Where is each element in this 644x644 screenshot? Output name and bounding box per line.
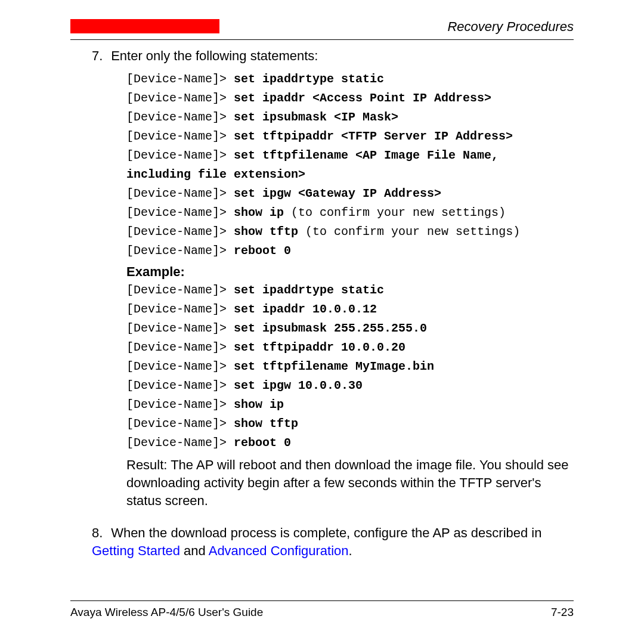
prompt: [Device-Name]> — [126, 129, 227, 143]
cmd: set ipgw <Gateway IP Address> — [234, 187, 441, 200]
step-8-text-pre: When the download process is complete, c… — [111, 525, 541, 540]
prompt: [Device-Name]> — [126, 398, 227, 411]
cmd: show tftp — [234, 225, 298, 239]
step-7: 7. Enter only the following statements: — [92, 48, 574, 64]
prompt: [Device-Name]> — [126, 379, 227, 392]
prompt: [Device-Name]> — [126, 302, 227, 316]
prompt: [Device-Name]> — [126, 436, 227, 450]
footer-page-number: 7-23 — [551, 606, 574, 619]
command-block-1: [Device-Name]> set ipaddrtype static [De… — [92, 70, 574, 261]
cmd: show tftp — [234, 417, 298, 431]
example-heading: Example: — [92, 264, 574, 280]
step-8: 8. When the download process is complete… — [92, 524, 574, 560]
prompt: [Device-Name]> — [126, 283, 227, 297]
cmd: reboot 0 — [234, 244, 291, 258]
prompt: [Device-Name]> — [126, 340, 227, 354]
page-header: Recovery Procedures — [70, 19, 574, 40]
cmd: set ipgw 10.0.0.30 — [234, 379, 363, 392]
prompt: [Device-Name]> — [126, 187, 227, 200]
prompt: [Device-Name]> — [126, 225, 227, 239]
step-7-text: Enter only the following statements: — [111, 48, 318, 63]
header-title: Recovery Procedures — [447, 19, 574, 35]
step-8-number: 8. — [92, 524, 107, 542]
prompt: [Device-Name]> — [126, 244, 227, 258]
step-7-number: 7. — [92, 48, 107, 64]
prompt: [Device-Name]> — [126, 417, 227, 431]
cmd-note: (to confirm your new settings) — [298, 225, 520, 239]
cmd: show ip — [234, 398, 284, 411]
command-block-2: [Device-Name]> set ipaddrtype static [De… — [92, 281, 574, 453]
cmd: set ipaddr 10.0.0.12 — [234, 302, 377, 316]
footer-guide-name: Avaya Wireless AP-4/5/6 User's Guide — [70, 606, 263, 619]
prompt: [Device-Name]> — [126, 91, 227, 105]
prompt: [Device-Name]> — [126, 148, 227, 162]
step-8-text-post: . — [349, 543, 352, 558]
header-red-block — [70, 19, 219, 33]
cmd-continuation: including file extension> — [126, 168, 305, 181]
cmd: reboot 0 — [234, 436, 291, 450]
cmd: set ipaddrtype static — [234, 72, 384, 86]
link-getting-started[interactable]: Getting Started — [92, 543, 180, 558]
cmd: set ipaddr <Access Point IP Address> — [234, 91, 491, 105]
result-paragraph: Result: The AP will reboot and then down… — [92, 456, 574, 510]
cmd: set ipsubmask <IP Mask> — [234, 110, 398, 124]
cmd: set tftpfilename <AP Image File Name, — [234, 148, 499, 162]
page-footer: Avaya Wireless AP-4/5/6 User's Guide 7-2… — [70, 600, 574, 619]
cmd: set ipaddrtype static — [234, 283, 384, 297]
cmd-note: (to confirm your new settings) — [284, 206, 506, 219]
cmd: set tftpfilename MyImage.bin — [234, 360, 434, 373]
cmd: set tftpipaddr <TFTP Server IP Address> — [234, 129, 513, 143]
prompt: [Device-Name]> — [126, 360, 227, 373]
step-8-text-mid: and — [180, 543, 209, 558]
link-advanced-configuration[interactable]: Advanced Configuration — [209, 543, 349, 558]
prompt: [Device-Name]> — [126, 110, 227, 124]
cmd: show ip — [234, 206, 284, 219]
cmd: set tftpipaddr 10.0.0.20 — [234, 340, 405, 354]
prompt: [Device-Name]> — [126, 321, 227, 335]
prompt: [Device-Name]> — [126, 206, 227, 219]
prompt: [Device-Name]> — [126, 72, 227, 86]
cmd: set ipsubmask 255.255.255.0 — [234, 321, 427, 335]
